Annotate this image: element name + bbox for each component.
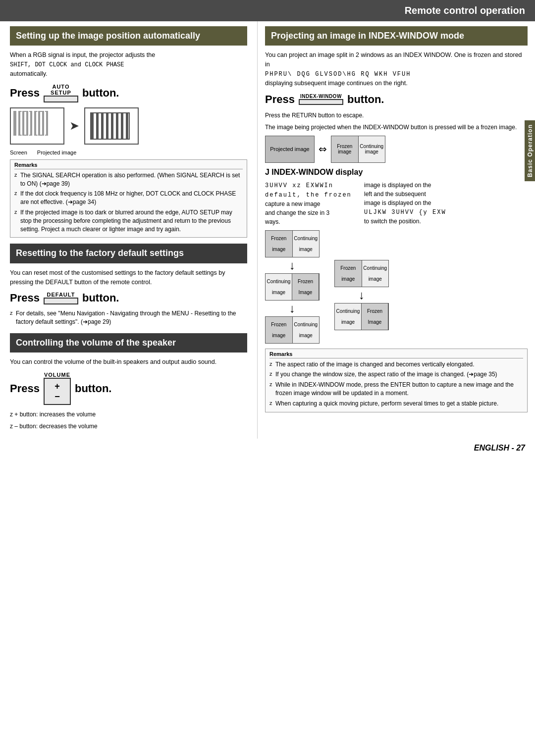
index-diag-right-2-right: Frozen Image [362,303,388,330]
arrow-down-1: ↓ [289,258,295,272]
index-top-description: 3UHVV xz EXWWIn default, the frozen capt… [265,181,528,226]
index-remarks-title: Remarks [269,351,523,358]
factory-reset-button[interactable] [44,298,78,304]
diagram-pattern [13,111,48,136]
remark-item: If you change the window size, the aspec… [269,370,523,379]
index-button-suffix: button. [347,93,384,106]
index-display-title: J INDEX-WINDOW display [265,168,528,177]
index-diag-3-right: Frozen Image [292,274,319,300]
volume-note2: z – button: decreases the volume [10,422,247,431]
arrow-down-2: ↓ [289,302,295,315]
auto-setup-press: Press [10,87,40,100]
page-wrapper: Remote control operation Setting up the … [0,0,535,457]
projected-image-box: Projected image [265,136,315,163]
remark-item: The aspect ratio of the image is changed… [269,360,523,369]
volume-press: Press [10,382,40,395]
volume-button-stack: VOLUME + − [44,372,71,405]
auto-setup-label-line2: SETUP [51,90,71,96]
projected-frozen-diagram: Projected image ⇔ Frozen image Continuin… [265,136,528,163]
section-factory-reset-header: Resetting to the factory default setting… [10,244,247,263]
index-press: Press [265,93,295,106]
section-auto-setup: Setting up the image position automatica… [10,26,247,238]
auto-setup-label-line1: AUTO [52,84,69,90]
page-footer: ENGLISH - 27 [0,439,535,457]
auto-setup-remarks-list: The SIGNAL SEARCH operation is also perf… [14,171,243,234]
index-diag-3-left: Continuing image [266,274,292,300]
volume-plus-icon: + [54,381,60,392]
section-volume: Controlling the volume of the speaker Yo… [10,333,247,431]
index-diag-1-right: Continuing image [293,231,320,257]
diagram-after [84,107,139,145]
volume-label: VOLUME [44,372,70,378]
index-scrambled2: 3UHVV xz EXWWIn default, the frozen [265,182,352,199]
factory-reset-button-stack: DEFAULT [44,292,78,304]
remark-item: If the projected image is too dark or bl… [14,208,243,233]
auto-setup-button[interactable] [44,96,78,102]
section-auto-setup-header: Setting up the image position automatica… [10,26,247,46]
remark-item: If the dot clock frequency is 108 MHz or… [14,190,243,206]
diagram-before-box [10,107,64,145]
index-diag-1: Frozen image Continuing image [265,230,320,257]
index-remarks-list: The aspect ratio of the image is changed… [269,360,523,408]
index-window-body: You can project an image split in 2 wind… [265,50,528,88]
auto-setup-body1: When a RGB signal is input, the projecto… [10,50,247,79]
factory-reset-suffix: button. [82,292,119,304]
remark-item: For details, see "Menu Navigation - Navi… [10,309,247,326]
volume-button[interactable]: + − [44,378,71,405]
diagram-after-box [84,107,139,145]
index-diag-2-left: Frozen image [335,260,362,287]
section-index-window: Projecting an image in INDEX-WINDOW mode… [265,26,528,163]
volume-note1: z + button: increases the volume [10,410,247,419]
volume-body: You can control the volume of the built-… [10,357,247,367]
frozen-continuing-box: Frozen image Continuing image [331,136,385,163]
index-diag-3: Continuing image Frozen Image [265,273,320,301]
auto-setup-remarks: Remarks The SIGNAL SEARCH operation is a… [10,159,247,238]
frozen-label: Frozen image [331,136,359,162]
index-diagrams-container: Frozen image Continuing image ↓ [265,230,528,344]
index-diag-1-left: Frozen image [266,231,293,257]
diagram-before [10,107,64,145]
index-note1: Press the RETURN button to escape. [265,111,528,120]
index-diag-4-right: Continuing image [293,317,320,343]
section-factory-reset: Resetting to the factory default setting… [10,244,247,326]
index-scrambled: PHPRU\ DQG GLVSOD\HG RQ WKH VFUH [265,71,411,78]
index-top-left-text: 3UHVV xz EXWWIn default, the frozen capt… [265,181,359,226]
section-index-window-header: Projecting an image in INDEX-WINDOW mode [265,26,528,46]
projected-label: Projected image [266,136,314,162]
index-note2: The image being projected when the INDEX… [265,123,528,132]
index-button-label: INDEX-WINDOW [300,94,342,99]
footer-language: ENGLISH - 27 [474,444,525,453]
index-diag-4-left: Frozen image [266,317,293,343]
auto-setup-mono: SHIFT, DOT CLOCK and CLOCK PHASE [10,61,124,68]
section-volume-header: Controlling the volume of the speaker [10,333,247,353]
arrow-right-icon: ➤ [69,119,79,133]
remark-item: While in INDEX-WINDOW mode, press the EN… [269,381,523,398]
remark-item: When capturing a quick moving picture, p… [269,400,523,408]
factory-reset-button-instruction: Press DEFAULT button. [10,292,247,304]
auto-setup-button-suffix: button. [82,87,119,100]
index-diag-right-2-left: Continuing image [335,303,362,330]
arrow-down-3: ↓ [359,288,365,302]
volume-suffix: button. [75,382,112,395]
page-header: Remote control operation [0,0,535,21]
double-arrow-icon: ⇔ [319,143,327,155]
volume-button-instruction: Press VOLUME + − button. [10,372,247,405]
index-window-button[interactable] [299,99,343,105]
header-title: Remote control operation [405,5,525,16]
diagram-labels: Screen Projected image [10,150,247,155]
index-diag-2-right: Continuing image [362,260,389,287]
index-diag-4: Frozen image Continuing image [265,316,320,344]
index-scrambled3: ULJKW 3UHVV {y EXW [364,209,446,216]
index-button-stack: INDEX-WINDOW [299,94,343,105]
factory-reset-remarks-list: For details, see "Menu Navigation - Navi… [10,309,247,326]
index-diag-2: Frozen image Continuing image [334,260,389,287]
side-tab: Basic Operation [525,120,535,181]
auto-setup-button-stack: AUTO SETUP [44,84,78,102]
continuing-label: Continuing image [359,136,385,162]
factory-reset-body: You can reset most of the customised set… [10,268,247,287]
auto-setup-diagram: ➤ [10,107,247,145]
left-column: Setting up the image position automatica… [0,21,258,439]
index-left-diagrams: Frozen image Continuing image ↓ [265,230,320,344]
factory-reset-press: Press [10,292,40,304]
remarks-title-1: Remarks [14,162,243,169]
